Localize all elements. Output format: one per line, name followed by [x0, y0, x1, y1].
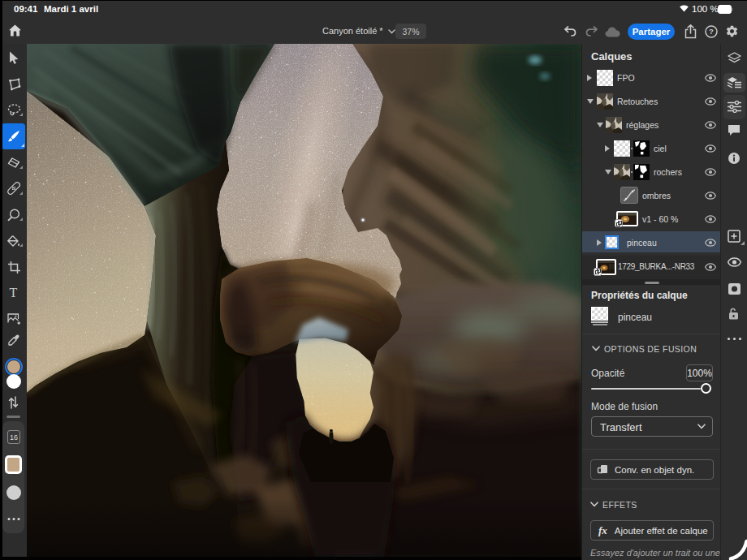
svg-text:?: ? [709, 27, 714, 36]
